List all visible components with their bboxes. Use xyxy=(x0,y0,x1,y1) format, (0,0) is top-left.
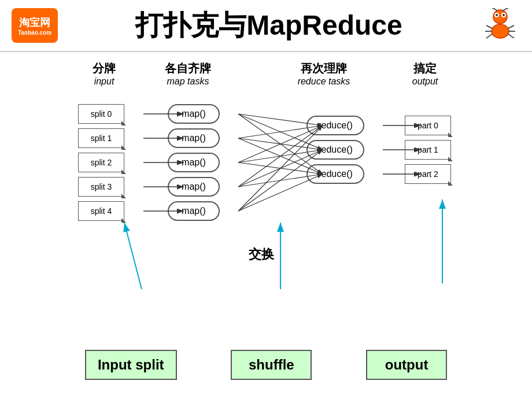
map-3: map() xyxy=(168,177,220,197)
svg-point-3 xyxy=(496,14,498,16)
reduce-1: reduce() xyxy=(306,140,364,160)
map-0: map() xyxy=(168,104,220,124)
part-1: part 1 xyxy=(405,140,451,160)
parts-column: part 0 part 1 part 2 xyxy=(405,116,451,184)
map-2: map() xyxy=(168,153,220,172)
split-2: split 2 xyxy=(78,153,124,172)
ant-logo xyxy=(480,8,520,43)
output-label: output xyxy=(366,350,447,380)
col-zh-map: 各自齐牌 xyxy=(156,61,220,76)
col-en-map: map tasks xyxy=(156,76,220,87)
col-en-input: input xyxy=(78,76,130,87)
taobao-logo-subtext: Taobao.com xyxy=(18,29,51,36)
splits-column: split 0 split 1 split 2 split 3 split 4 xyxy=(78,104,124,221)
col-en-reduce: reduce tasks xyxy=(283,76,364,87)
main-content: 分牌 input 各自齐牌 map tasks 再次理牌 reduce task… xyxy=(0,52,532,389)
col-header-map: 各自齐牌 map tasks xyxy=(156,61,220,87)
page-title: 打扑克与MapReduce xyxy=(58,7,480,44)
split-1: split 1 xyxy=(78,128,124,148)
col-zh-input: 分牌 xyxy=(78,61,130,76)
svg-point-4 xyxy=(503,14,505,16)
col-header-input: 分牌 input xyxy=(78,61,130,87)
svg-line-13 xyxy=(508,25,514,28)
svg-point-9 xyxy=(492,24,509,38)
svg-line-42 xyxy=(124,223,142,289)
reduce-0: reduce() xyxy=(306,116,364,135)
header: 淘宝网 Taobao.com 打扑克与MapReduce xyxy=(0,0,532,52)
svg-line-10 xyxy=(486,25,492,28)
shuffle-label: shuffle xyxy=(231,350,312,380)
split-4: split 4 xyxy=(78,201,124,221)
reduces-column: reduce() reduce() reduce() xyxy=(306,116,364,184)
bottom-labels-row: Input split shuffle output xyxy=(23,350,509,380)
col-en-output: output xyxy=(399,76,451,87)
split-3: split 3 xyxy=(78,177,124,197)
reduce-2: reduce() xyxy=(306,164,364,184)
col-zh-reduce: 再次理牌 xyxy=(283,61,364,76)
taobao-logo-text: 淘宝网 xyxy=(19,16,50,29)
maps-column: map() map() map() map() map() xyxy=(168,104,220,221)
col-header-reduce: 再次理牌 reduce tasks xyxy=(283,61,364,87)
exchange-label: 交换 xyxy=(249,246,274,263)
input-split-label: Input split xyxy=(85,350,177,380)
split-0: split 0 xyxy=(78,104,124,124)
col-zh-output: 搞定 xyxy=(399,61,451,76)
col-header-output: 搞定 output xyxy=(399,61,451,87)
map-4: map() xyxy=(168,201,220,221)
map-1: map() xyxy=(168,128,220,148)
svg-line-12 xyxy=(486,34,492,38)
taobao-logo: 淘宝网 Taobao.com xyxy=(12,8,58,43)
svg-line-15 xyxy=(508,34,514,38)
part-0: part 0 xyxy=(405,116,451,135)
part-2: part 2 xyxy=(405,164,451,184)
diagram: split 0 split 1 split 2 split 3 split 4 … xyxy=(23,98,509,341)
